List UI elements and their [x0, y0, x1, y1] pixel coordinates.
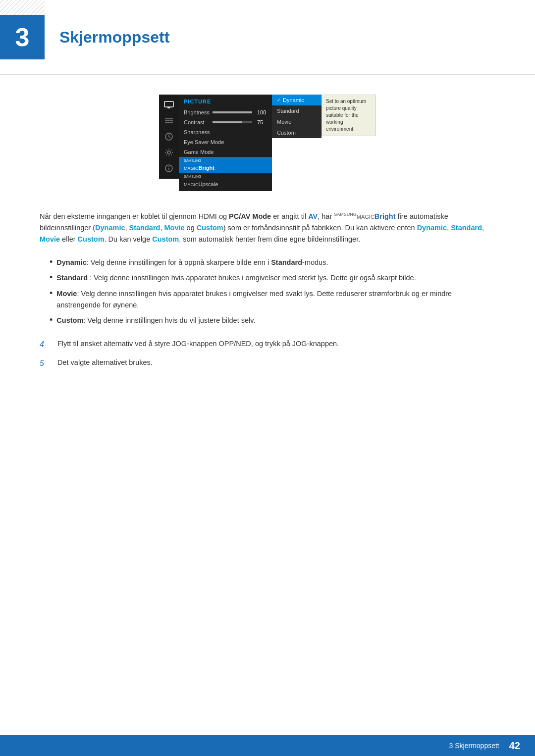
- page-number: 42: [509, 740, 520, 752]
- menu-item-sharpness: Sharpness: [179, 127, 272, 137]
- custom-inline: Custom: [197, 224, 223, 232]
- bullet-dot: •: [50, 315, 53, 326]
- pcav-highlight: PC/AV Mode: [229, 212, 271, 220]
- submenu-item-custom: Custom: [272, 127, 321, 138]
- submenu: ✓ Dynamic Standard Movie Custom: [272, 95, 321, 138]
- list-item: • Custom: Velg denne innstillingen hvis …: [50, 313, 495, 328]
- submenu-item-standard: Standard: [272, 105, 321, 116]
- standard-label: Standard: [277, 108, 299, 114]
- svg-rect-0: [164, 101, 173, 107]
- magic-upscale-label: SAMSUNG MAGICUpscale: [184, 175, 218, 187]
- tooltip: Set to an optimum picture quality suitab…: [321, 95, 376, 136]
- chapter-title: Skjermoppsett: [59, 28, 169, 47]
- list-item: • Standard : Velg denne innstillingen hv…: [50, 270, 495, 286]
- page-content: PICTURE Brightness 100 Contrast: [0, 75, 535, 395]
- menu-item-brightness: Brightness 100: [179, 107, 272, 117]
- chapter-number: 3: [15, 22, 30, 52]
- standard-inline: Standard: [129, 224, 160, 232]
- bullet-text-1: Dynamic: Velg denne innstillingen for å …: [56, 257, 328, 268]
- bullet-dot: •: [50, 288, 53, 299]
- menu-item-contrast: Contrast 75: [179, 117, 272, 127]
- menu-item-eye-saver: Eye Saver Mode: [179, 137, 272, 147]
- step-4-text: Flytt til ønsket alternativ ved å styre …: [57, 338, 339, 350]
- contrast-fill: [213, 121, 242, 123]
- bullet-list: • Dynamic: Velg denne innstillingen for …: [50, 255, 495, 328]
- footer: 3 Skjermoppsett 42: [0, 735, 535, 756]
- eye-saver-label: Eye Saver Mode: [184, 139, 224, 145]
- contrast-bar: [213, 121, 252, 123]
- contrast-value: 75: [257, 119, 267, 125]
- list-item: • Movie: Velg denne innstillingen hvis a…: [50, 286, 495, 313]
- svg-line-8: [169, 137, 170, 138]
- movie-inline: Movie: [164, 224, 184, 232]
- magic-bright-inline: SAMSUNGMAGICBright: [334, 212, 395, 220]
- submenu-item-dynamic: ✓ Dynamic: [272, 95, 321, 105]
- step-4: 4 Flytt til ønsket alternativ ved å styr…: [40, 338, 495, 351]
- contrast-label: Contrast: [184, 119, 205, 125]
- footer-chapter: 3 Skjermoppsett: [449, 742, 499, 750]
- step-5-text: Det valgte alternativet brukes.: [57, 357, 153, 368]
- dynamic-label: Dynamic: [283, 97, 304, 103]
- bullet-text-2: Standard : Velg denne innstillingen hvis…: [56, 272, 416, 284]
- magic-bright-label: SAMSUNG MAGICBright: [184, 159, 214, 171]
- lines-icon: [162, 114, 175, 127]
- menu-header: PICTURE: [179, 97, 272, 107]
- standard-inline2: Standard: [451, 224, 482, 232]
- checkmark-icon: ✓: [277, 98, 281, 102]
- brightness-value: 100: [257, 109, 267, 115]
- movie-inline2: Movie: [40, 235, 60, 243]
- step-5-num: 5: [40, 357, 50, 370]
- svg-point-9: [167, 151, 170, 154]
- custom-inline2: Custom: [78, 235, 105, 243]
- step-5: 5 Det valgte alternativet brukes.: [40, 357, 495, 370]
- menu-container: PICTURE Brightness 100 Contrast: [159, 95, 376, 191]
- eye-icon: [162, 130, 175, 143]
- custom-inline3: Custom: [152, 235, 179, 243]
- brightness-bar: [213, 111, 252, 113]
- game-mode-label: Game Mode: [184, 149, 214, 155]
- monitor-icon: [162, 99, 175, 111]
- svg-point-12: [168, 166, 169, 167]
- body-paragraph: Når den eksterne inngangen er koblet til…: [40, 211, 495, 246]
- list-item: • Dynamic: Velg denne innstillingen for …: [50, 255, 495, 270]
- footer-text: 3 Skjermoppsett 42: [449, 740, 520, 752]
- step-4-num: 4: [40, 338, 50, 351]
- av-highlight: AV: [308, 212, 318, 220]
- bullet-dot: •: [50, 257, 53, 268]
- bullet-text-4: Custom: Velg denne innstillingen hvis du…: [56, 315, 255, 326]
- main-menu: PICTURE Brightness 100 Contrast: [179, 95, 272, 191]
- menu-item-game-mode: Game Mode: [179, 147, 272, 157]
- movie-label: Movie: [277, 119, 291, 125]
- sharpness-label: Sharpness: [184, 129, 210, 135]
- menu-item-magic-upscale: SAMSUNG MAGICUpscale: [179, 173, 272, 189]
- bullet-dot: •: [50, 272, 53, 283]
- info-icon: [162, 162, 175, 175]
- gear-icon: [162, 146, 175, 159]
- brightness-label: Brightness: [184, 109, 210, 115]
- brightness-fill: [213, 111, 252, 113]
- dynamic-inline: Dynamic: [95, 224, 125, 232]
- menu-item-magic-bright: SAMSUNG MAGICBright: [179, 157, 272, 173]
- chapter-box: 3: [0, 15, 45, 59]
- sidebar-icons: [159, 95, 179, 179]
- bullet-text-3: Movie: Velg denne innstillingen hvis app…: [56, 288, 495, 311]
- monitor-screenshot: PICTURE Brightness 100 Contrast: [40, 95, 495, 191]
- custom-label: Custom: [277, 130, 296, 136]
- dynamic-inline2: Dynamic: [417, 224, 447, 232]
- submenu-item-movie: Movie: [272, 116, 321, 127]
